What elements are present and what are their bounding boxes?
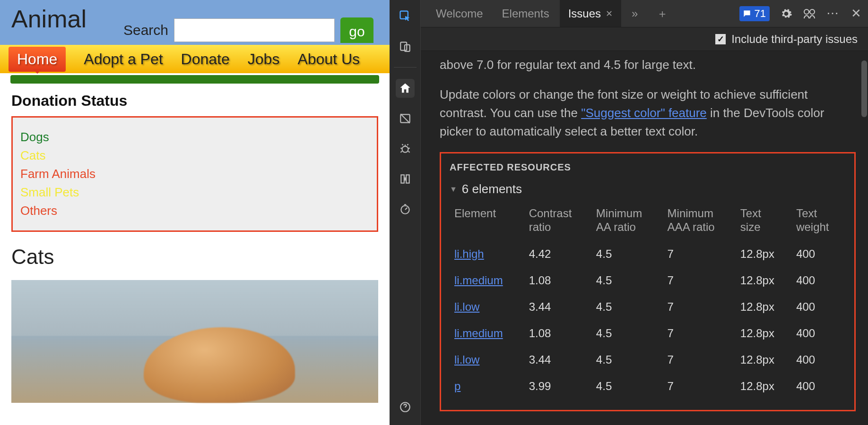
chevron-down-icon: ▼ xyxy=(450,184,457,195)
nav-item-donate[interactable]: Donate xyxy=(181,51,230,68)
green-strip xyxy=(10,75,379,84)
nav-item-home[interactable]: Home xyxy=(9,47,66,72)
cell-size: 12.8px xyxy=(736,294,791,320)
donation-box: DogsCatsFarm AnimalsSmall PetsOthers xyxy=(11,116,378,232)
cats-heading: Cats xyxy=(11,245,378,269)
tab-issues-label: Issues xyxy=(568,7,601,20)
search-go-button[interactable]: go xyxy=(340,17,373,43)
tab-welcome-label: Welcome xyxy=(436,7,483,20)
table-header: Textsize xyxy=(736,204,791,241)
table-header: MinimumAAA ratio xyxy=(663,204,736,241)
close-devtools-icon[interactable]: ✕ xyxy=(851,6,861,21)
donation-section: Donation Status DogsCatsFarm AnimalsSmal… xyxy=(0,84,390,403)
table-row: p3.994.5712.8px400 xyxy=(450,373,846,400)
image-off-icon[interactable] xyxy=(396,109,415,128)
cell-size: 12.8px xyxy=(736,267,791,294)
element-link[interactable]: li.medium xyxy=(454,327,503,340)
issues-toolbar: ✓ Include third-party issues xyxy=(421,27,868,51)
element-link[interactable]: li.low xyxy=(454,353,479,366)
cell-weight: 400 xyxy=(791,347,846,373)
include-third-party-label: Include third-party issues xyxy=(731,33,858,46)
affected-table: ElementContrastratioMinimumAA ratioMinim… xyxy=(450,204,846,400)
table-header: MinimumAA ratio xyxy=(591,204,663,241)
issues-count-badge[interactable]: 71 xyxy=(739,6,770,21)
cell-aa: 4.5 xyxy=(591,267,663,294)
element-link[interactable]: p xyxy=(454,380,460,392)
cell-contrast: 3.99 xyxy=(524,373,591,400)
search-region: Search go xyxy=(123,17,373,43)
include-third-party-checkbox[interactable]: ✓ xyxy=(715,34,726,44)
close-icon[interactable]: ✕ xyxy=(606,8,613,19)
performance-icon[interactable] xyxy=(396,200,415,219)
devtools-rail xyxy=(390,0,421,425)
cell-aaa: 7 xyxy=(663,267,736,294)
table-row: li.low3.444.5712.8px400 xyxy=(450,294,846,320)
rail-divider xyxy=(394,67,417,68)
element-link[interactable]: li.medium xyxy=(454,274,503,287)
cell-weight: 400 xyxy=(791,267,846,294)
issues-count: 71 xyxy=(755,8,766,20)
cell-size: 12.8px xyxy=(736,320,791,347)
svg-point-4 xyxy=(402,146,408,153)
search-input[interactable] xyxy=(174,18,335,42)
gear-icon[interactable] xyxy=(780,8,792,20)
device-icon[interactable] xyxy=(396,37,415,56)
tab-welcome[interactable]: Welcome xyxy=(427,0,492,27)
donation-item: Cats xyxy=(20,148,369,163)
inspected-page: Animal Search go HomeAdopt a PetDonateJo… xyxy=(0,0,390,425)
table-row: li.medium1.084.5712.8px400 xyxy=(450,320,846,347)
tab-add[interactable]: ＋ xyxy=(648,0,677,27)
nav-item-jobs[interactable]: Jobs xyxy=(248,51,280,68)
network-icon[interactable] xyxy=(396,170,415,188)
chevron-right-icon: » xyxy=(632,7,638,20)
suggest-color-link[interactable]: "Suggest color" feature xyxy=(581,106,707,120)
tab-elements-label: Elements xyxy=(502,7,549,20)
nav-item-adopt-a-pet[interactable]: Adopt a Pet xyxy=(84,51,163,68)
cell-contrast: 1.08 xyxy=(524,267,591,294)
issue-desc-line2: Update colors or change the font size or… xyxy=(440,85,856,141)
cell-aa: 4.5 xyxy=(591,373,663,400)
cell-contrast: 4.42 xyxy=(524,241,591,267)
tab-elements[interactable]: Elements xyxy=(494,0,558,27)
more-icon[interactable]: ⋯ xyxy=(826,6,841,21)
cell-size: 12.8px xyxy=(736,373,791,400)
feedback-icon[interactable] xyxy=(803,8,816,20)
nav-item-about-us[interactable]: About Us xyxy=(297,51,360,68)
home-icon[interactable] xyxy=(396,79,415,98)
search-label: Search xyxy=(123,22,168,38)
svg-rect-1 xyxy=(400,42,407,50)
svg-point-9 xyxy=(804,9,809,14)
table-header: Textweight xyxy=(791,204,846,241)
inspect-icon[interactable] xyxy=(396,7,415,26)
tab-overflow[interactable]: » xyxy=(623,0,646,27)
cell-weight: 400 xyxy=(791,294,846,320)
help-icon[interactable] xyxy=(396,398,415,416)
cell-aaa: 7 xyxy=(663,241,736,267)
affected-resources-title: AFFECTED RESOURCES xyxy=(450,160,846,174)
tab-issues[interactable]: Issues ✕ xyxy=(560,0,621,27)
issue-desc-line1: above 7.0 for regular text and 4.5 for l… xyxy=(440,56,856,74)
scrollbar-thumb[interactable] xyxy=(861,60,867,117)
cell-size: 12.8px xyxy=(736,347,791,373)
affected-resources-box: AFFECTED RESOURCES ▼ 6 elements ElementC… xyxy=(440,152,856,411)
element-link[interactable]: li.low xyxy=(454,300,479,313)
nav-bar: HomeAdopt a PetDonateJobsAbout Us xyxy=(0,45,390,73)
svg-point-10 xyxy=(810,9,815,14)
tabstrip-right: 71 ⋯ ✕ xyxy=(739,6,861,21)
table-row: li.high4.424.5712.8px400 xyxy=(450,241,846,267)
table-row: li.medium1.084.5712.8px400 xyxy=(450,267,846,294)
affected-elements-count: 6 elements xyxy=(462,180,522,198)
table-header: Contrastratio xyxy=(524,204,591,241)
svg-rect-5 xyxy=(401,175,404,183)
affected-elements-toggle[interactable]: ▼ 6 elements xyxy=(450,180,846,198)
table-header: Element xyxy=(450,204,524,241)
cell-aaa: 7 xyxy=(663,320,736,347)
issues-body[interactable]: above 7.0 for regular text and 4.5 for l… xyxy=(421,51,868,425)
cell-aaa: 7 xyxy=(663,373,736,400)
donation-item: Small Pets xyxy=(20,185,369,200)
cat-shape xyxy=(144,327,295,403)
element-link[interactable]: li.high xyxy=(454,247,484,260)
bug-icon[interactable] xyxy=(396,139,415,158)
cell-contrast: 1.08 xyxy=(524,320,591,347)
plus-icon: ＋ xyxy=(657,6,668,21)
